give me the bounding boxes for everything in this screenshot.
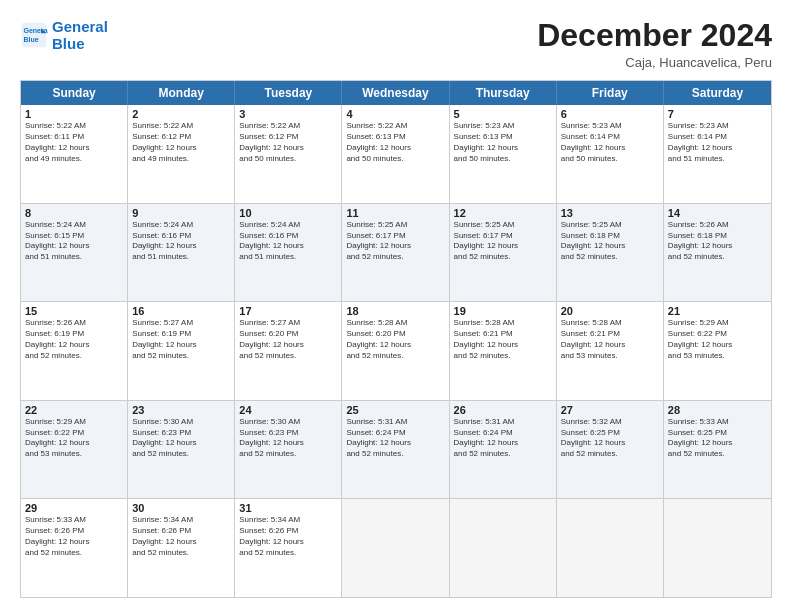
calendar-cell: 1Sunrise: 5:22 AM Sunset: 6:11 PM Daylig… [21,105,128,203]
day-info: Sunrise: 5:25 AM Sunset: 6:18 PM Dayligh… [561,220,659,263]
location-subtitle: Caja, Huancavelica, Peru [537,55,772,70]
day-info: Sunrise: 5:22 AM Sunset: 6:13 PM Dayligh… [346,121,444,164]
day-info: Sunrise: 5:24 AM Sunset: 6:15 PM Dayligh… [25,220,123,263]
calendar-cell: 22Sunrise: 5:29 AM Sunset: 6:22 PM Dayli… [21,401,128,499]
calendar-cell: 20Sunrise: 5:28 AM Sunset: 6:21 PM Dayli… [557,302,664,400]
day-number: 29 [25,502,123,514]
day-number: 16 [132,305,230,317]
calendar-cell: 21Sunrise: 5:29 AM Sunset: 6:22 PM Dayli… [664,302,771,400]
calendar-cell [342,499,449,597]
day-number: 8 [25,207,123,219]
day-number: 15 [25,305,123,317]
day-info: Sunrise: 5:25 AM Sunset: 6:17 PM Dayligh… [454,220,552,263]
day-number: 31 [239,502,337,514]
calendar-row: 1Sunrise: 5:22 AM Sunset: 6:11 PM Daylig… [21,105,771,203]
calendar-cell: 16Sunrise: 5:27 AM Sunset: 6:19 PM Dayli… [128,302,235,400]
calendar-cell: 27Sunrise: 5:32 AM Sunset: 6:25 PM Dayli… [557,401,664,499]
calendar-header-cell: Tuesday [235,81,342,105]
day-info: Sunrise: 5:23 AM Sunset: 6:13 PM Dayligh… [454,121,552,164]
calendar-cell: 3Sunrise: 5:22 AM Sunset: 6:12 PM Daylig… [235,105,342,203]
day-number: 2 [132,108,230,120]
day-info: Sunrise: 5:31 AM Sunset: 6:24 PM Dayligh… [346,417,444,460]
calendar-cell: 9Sunrise: 5:24 AM Sunset: 6:16 PM Daylig… [128,204,235,302]
day-info: Sunrise: 5:27 AM Sunset: 6:19 PM Dayligh… [132,318,230,361]
day-info: Sunrise: 5:22 AM Sunset: 6:12 PM Dayligh… [132,121,230,164]
calendar-header-cell: Sunday [21,81,128,105]
calendar-cell: 2Sunrise: 5:22 AM Sunset: 6:12 PM Daylig… [128,105,235,203]
calendar-cell [557,499,664,597]
day-info: Sunrise: 5:28 AM Sunset: 6:21 PM Dayligh… [454,318,552,361]
day-info: Sunrise: 5:31 AM Sunset: 6:24 PM Dayligh… [454,417,552,460]
day-number: 30 [132,502,230,514]
logo-text: General Blue [52,18,108,53]
svg-text:Blue: Blue [24,36,39,43]
day-info: Sunrise: 5:23 AM Sunset: 6:14 PM Dayligh… [561,121,659,164]
day-number: 13 [561,207,659,219]
calendar-cell: 8Sunrise: 5:24 AM Sunset: 6:15 PM Daylig… [21,204,128,302]
calendar-cell [450,499,557,597]
calendar: SundayMondayTuesdayWednesdayThursdayFrid… [20,80,772,598]
day-number: 26 [454,404,552,416]
day-number: 12 [454,207,552,219]
day-info: Sunrise: 5:32 AM Sunset: 6:25 PM Dayligh… [561,417,659,460]
calendar-cell: 18Sunrise: 5:28 AM Sunset: 6:20 PM Dayli… [342,302,449,400]
calendar-cell: 26Sunrise: 5:31 AM Sunset: 6:24 PM Dayli… [450,401,557,499]
day-info: Sunrise: 5:30 AM Sunset: 6:23 PM Dayligh… [239,417,337,460]
page-header: General Blue General Blue December 2024 … [20,18,772,70]
calendar-header-cell: Thursday [450,81,557,105]
title-block: December 2024 Caja, Huancavelica, Peru [537,18,772,70]
day-number: 18 [346,305,444,317]
day-info: Sunrise: 5:33 AM Sunset: 6:26 PM Dayligh… [25,515,123,558]
day-info: Sunrise: 5:28 AM Sunset: 6:20 PM Dayligh… [346,318,444,361]
calendar-cell: 19Sunrise: 5:28 AM Sunset: 6:21 PM Dayli… [450,302,557,400]
day-number: 3 [239,108,337,120]
day-info: Sunrise: 5:27 AM Sunset: 6:20 PM Dayligh… [239,318,337,361]
day-number: 27 [561,404,659,416]
logo: General Blue General Blue [20,18,108,53]
day-number: 23 [132,404,230,416]
calendar-row: 29Sunrise: 5:33 AM Sunset: 6:26 PM Dayli… [21,498,771,597]
day-info: Sunrise: 5:33 AM Sunset: 6:25 PM Dayligh… [668,417,767,460]
day-number: 22 [25,404,123,416]
calendar-header-row: SundayMondayTuesdayWednesdayThursdayFrid… [21,81,771,105]
calendar-row: 8Sunrise: 5:24 AM Sunset: 6:15 PM Daylig… [21,203,771,302]
day-number: 10 [239,207,337,219]
day-info: Sunrise: 5:24 AM Sunset: 6:16 PM Dayligh… [239,220,337,263]
calendar-cell: 14Sunrise: 5:26 AM Sunset: 6:18 PM Dayli… [664,204,771,302]
day-info: Sunrise: 5:26 AM Sunset: 6:19 PM Dayligh… [25,318,123,361]
logo-icon: General Blue [20,21,48,49]
day-info: Sunrise: 5:28 AM Sunset: 6:21 PM Dayligh… [561,318,659,361]
day-number: 4 [346,108,444,120]
calendar-cell: 10Sunrise: 5:24 AM Sunset: 6:16 PM Dayli… [235,204,342,302]
page: General Blue General Blue December 2024 … [0,0,792,612]
calendar-body: 1Sunrise: 5:22 AM Sunset: 6:11 PM Daylig… [21,105,771,597]
calendar-cell: 17Sunrise: 5:27 AM Sunset: 6:20 PM Dayli… [235,302,342,400]
day-number: 6 [561,108,659,120]
calendar-cell: 31Sunrise: 5:34 AM Sunset: 6:26 PM Dayli… [235,499,342,597]
calendar-cell: 11Sunrise: 5:25 AM Sunset: 6:17 PM Dayli… [342,204,449,302]
day-info: Sunrise: 5:22 AM Sunset: 6:11 PM Dayligh… [25,121,123,164]
day-number: 17 [239,305,337,317]
day-number: 14 [668,207,767,219]
day-number: 5 [454,108,552,120]
calendar-cell: 28Sunrise: 5:33 AM Sunset: 6:25 PM Dayli… [664,401,771,499]
calendar-cell: 30Sunrise: 5:34 AM Sunset: 6:26 PM Dayli… [128,499,235,597]
day-number: 11 [346,207,444,219]
calendar-row: 15Sunrise: 5:26 AM Sunset: 6:19 PM Dayli… [21,301,771,400]
day-info: Sunrise: 5:24 AM Sunset: 6:16 PM Dayligh… [132,220,230,263]
day-info: Sunrise: 5:29 AM Sunset: 6:22 PM Dayligh… [25,417,123,460]
day-number: 1 [25,108,123,120]
day-number: 24 [239,404,337,416]
day-info: Sunrise: 5:26 AM Sunset: 6:18 PM Dayligh… [668,220,767,263]
day-number: 19 [454,305,552,317]
calendar-cell: 25Sunrise: 5:31 AM Sunset: 6:24 PM Dayli… [342,401,449,499]
calendar-header-cell: Wednesday [342,81,449,105]
calendar-header-cell: Friday [557,81,664,105]
day-number: 7 [668,108,767,120]
day-number: 25 [346,404,444,416]
month-title: December 2024 [537,18,772,53]
day-number: 9 [132,207,230,219]
calendar-cell: 23Sunrise: 5:30 AM Sunset: 6:23 PM Dayli… [128,401,235,499]
calendar-cell: 15Sunrise: 5:26 AM Sunset: 6:19 PM Dayli… [21,302,128,400]
calendar-cell: 12Sunrise: 5:25 AM Sunset: 6:17 PM Dayli… [450,204,557,302]
